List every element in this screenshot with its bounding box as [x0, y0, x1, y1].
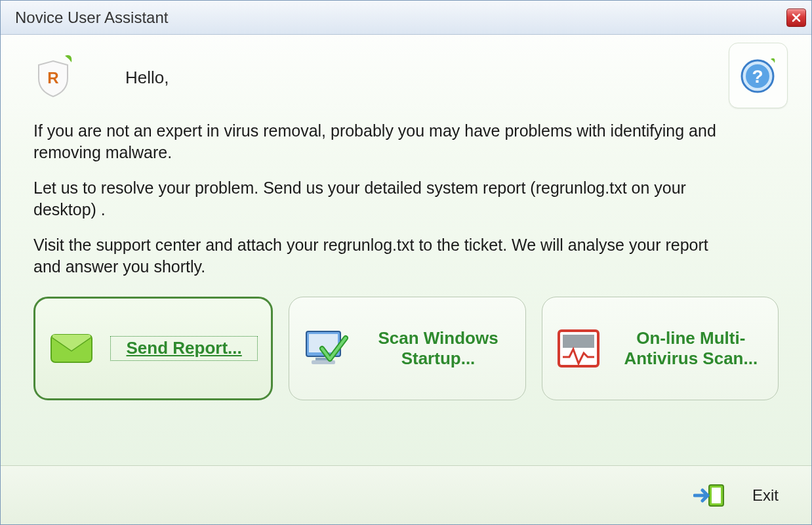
greeting-text: Hello,	[125, 68, 169, 88]
window: Novice User Assistant ?	[0, 0, 812, 525]
heartbeat-monitor-icon	[556, 329, 601, 368]
scan-startup-label: Scan Windows Startup...	[364, 328, 512, 369]
exit-button[interactable]: Exit	[752, 486, 779, 505]
svg-text:?: ?	[752, 66, 763, 87]
intro-paragraph-1: If you are not an expert in virus remova…	[33, 120, 722, 163]
intro-paragraph-3: Visit the support center and attach your…	[33, 234, 722, 277]
svg-rect-12	[712, 488, 721, 503]
help-button[interactable]: ?	[729, 43, 788, 108]
envelope-icon	[49, 329, 94, 368]
monitor-check-icon	[302, 329, 348, 368]
close-button[interactable]	[786, 9, 806, 27]
send-report-button[interactable]: Send Report...	[33, 297, 273, 400]
svg-rect-10	[563, 335, 594, 348]
titlebar: Novice User Assistant	[1, 1, 811, 35]
close-icon	[792, 13, 801, 22]
content-area: ? R Hello, If you are not an expert in v…	[1, 35, 811, 400]
scan-startup-button[interactable]: Scan Windows Startup...	[289, 297, 525, 400]
svg-text:R: R	[47, 69, 58, 87]
footer: Exit	[1, 465, 811, 524]
window-title: Novice User Assistant	[15, 9, 168, 27]
multi-antivirus-button[interactable]: On-line Multi-Antivirus Scan...	[542, 297, 779, 400]
intro-paragraph-2: Let us to resolve your problem. Send us …	[33, 177, 722, 220]
action-row: Send Report... Scan Windows Startup...	[33, 297, 779, 400]
help-icon: ?	[738, 54, 779, 97]
greeting-row: R Hello,	[33, 54, 779, 100]
send-report-label: Send Report...	[110, 336, 258, 360]
exit-door-icon	[693, 482, 726, 509]
app-shield-icon: R	[33, 54, 79, 100]
multi-antivirus-label: On-line Multi-Antivirus Scan...	[617, 328, 765, 369]
